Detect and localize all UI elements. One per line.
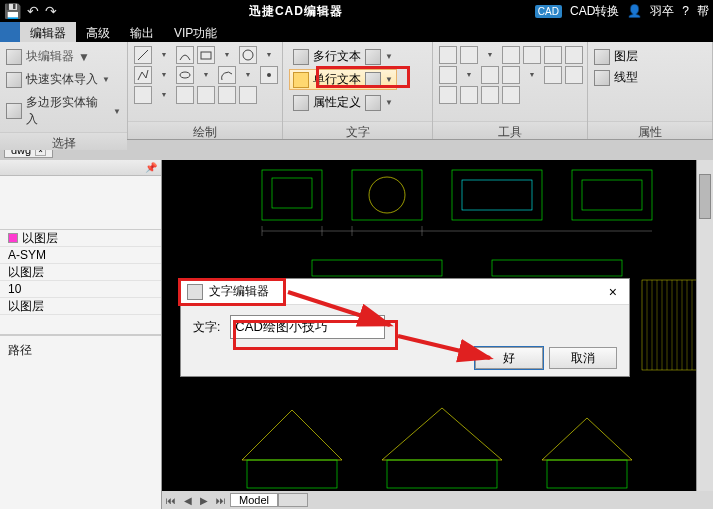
arc-tool-icon[interactable] bbox=[218, 66, 236, 84]
svg-point-3 bbox=[180, 72, 190, 78]
stretch-tool-icon[interactable] bbox=[502, 86, 520, 104]
attr-def-button[interactable]: 属性定义 ▼ bbox=[289, 92, 397, 113]
svg-marker-22 bbox=[382, 408, 502, 460]
tab-nav-first-icon[interactable]: ⏮ bbox=[162, 495, 180, 506]
svg-line-0 bbox=[138, 50, 148, 60]
polygon-tool-icon[interactable] bbox=[197, 86, 215, 104]
cancel-button[interactable]: 取消 bbox=[549, 347, 617, 369]
cloud-icon[interactable] bbox=[365, 49, 381, 65]
mirror-tool-icon[interactable] bbox=[523, 46, 541, 64]
side-panel: 📌 以图层 A-SYM 以图层 10 以图层 路径 bbox=[0, 160, 162, 509]
block-editor-button[interactable]: 块编辑器 ▼ bbox=[6, 46, 90, 67]
multiline-text-button[interactable]: 多行文本 ▼ bbox=[289, 46, 397, 67]
ellipse-tool-icon[interactable] bbox=[176, 66, 194, 84]
scrollbar-thumb[interactable] bbox=[699, 174, 711, 219]
chevron-down-icon[interactable]: ▼ bbox=[155, 46, 173, 64]
layout-tab[interactable] bbox=[278, 493, 308, 507]
scale-tool-icon[interactable] bbox=[544, 46, 562, 64]
spline-tool-icon[interactable] bbox=[176, 46, 194, 64]
svg-rect-11 bbox=[572, 170, 652, 220]
undo-icon[interactable]: ↶ bbox=[27, 3, 39, 19]
vertical-scrollbar[interactable] bbox=[696, 160, 713, 491]
chevron-down-icon[interactable]: ▼ bbox=[197, 66, 215, 84]
tab-nav-prev-icon[interactable]: ◀ bbox=[180, 495, 196, 506]
chevron-down-icon[interactable]: ▼ bbox=[523, 66, 541, 84]
list-item[interactable]: 以图层 bbox=[0, 298, 161, 315]
chevron-down-icon: ▼ bbox=[385, 52, 393, 61]
point-tool-icon[interactable] bbox=[260, 66, 278, 84]
leader-icon[interactable] bbox=[365, 72, 381, 88]
list-item[interactable]: 10 bbox=[0, 281, 161, 298]
svg-rect-21 bbox=[247, 460, 337, 488]
ok-button[interactable]: 好 bbox=[475, 347, 543, 369]
layer-thumbnail bbox=[0, 176, 161, 230]
help-icon[interactable]: ? bbox=[682, 4, 689, 18]
trim-tool-icon[interactable] bbox=[439, 66, 457, 84]
group-label-draw: 绘制 bbox=[128, 121, 282, 139]
table-tool-icon[interactable] bbox=[239, 86, 257, 104]
chevron-down-icon: ▼ bbox=[102, 75, 110, 84]
ray-tool-icon[interactable] bbox=[134, 86, 152, 104]
model-tab[interactable]: Model bbox=[230, 493, 278, 507]
tab-vip[interactable]: VIP功能 bbox=[164, 22, 227, 42]
svg-rect-9 bbox=[452, 170, 542, 220]
color-swatch-icon bbox=[8, 233, 18, 243]
user-name: 羽卒 bbox=[650, 3, 674, 20]
rect-tool-icon[interactable] bbox=[197, 46, 215, 64]
singleline-text-button[interactable]: 单行文本 ▼ bbox=[289, 69, 397, 90]
dim-icon[interactable] bbox=[365, 95, 381, 111]
chevron-down-icon[interactable]: ▼ bbox=[460, 66, 478, 84]
chevron-down-icon[interactable]: ▼ bbox=[239, 66, 257, 84]
file-tab[interactable] bbox=[0, 22, 20, 42]
dialog-close-button[interactable]: × bbox=[603, 284, 623, 300]
hatch-tool-icon[interactable] bbox=[176, 86, 194, 104]
extend-tool-icon[interactable] bbox=[481, 66, 499, 84]
tab-output[interactable]: 输出 bbox=[120, 22, 164, 42]
copy-tool-icon[interactable] bbox=[460, 46, 478, 64]
svg-rect-7 bbox=[352, 170, 422, 220]
attr-icon bbox=[293, 95, 309, 111]
list-item[interactable]: 以图层 bbox=[0, 230, 161, 247]
chevron-down-icon[interactable]: ▼ bbox=[155, 66, 173, 84]
tab-editor[interactable]: 编辑器 bbox=[20, 22, 76, 42]
cad-convert-link[interactable]: CAD转换 bbox=[570, 3, 619, 20]
tab-nav-last-icon[interactable]: ⏭ bbox=[212, 495, 230, 506]
rotate-tool-icon[interactable] bbox=[502, 46, 520, 64]
user-icon[interactable]: 👤 bbox=[627, 4, 642, 18]
path-section: 路径 bbox=[0, 335, 161, 509]
chevron-down-icon[interactable]: ▼ bbox=[260, 46, 278, 64]
panel-header: 📌 bbox=[0, 160, 161, 176]
break-tool-icon[interactable] bbox=[481, 86, 499, 104]
list-item[interactable]: A-SYM bbox=[0, 247, 161, 264]
chevron-down-icon[interactable]: ▼ bbox=[218, 46, 236, 64]
save-icon[interactable]: 💾 bbox=[4, 3, 21, 19]
chevron-down-icon[interactable]: ▼ bbox=[155, 86, 173, 104]
explode-tool-icon[interactable] bbox=[439, 86, 457, 104]
move-tool-icon[interactable] bbox=[439, 46, 457, 64]
tab-advanced[interactable]: 高级 bbox=[76, 22, 120, 42]
list-item[interactable]: 以图层 bbox=[0, 264, 161, 281]
tab-nav-next-icon[interactable]: ▶ bbox=[196, 495, 212, 506]
chamfer-tool-icon[interactable] bbox=[565, 66, 583, 84]
import-icon bbox=[6, 72, 22, 88]
circle-tool-icon[interactable] bbox=[239, 46, 257, 64]
quick-entity-import-button[interactable]: 快速实体导入 ▼ bbox=[6, 69, 121, 90]
offset-tool-icon[interactable] bbox=[502, 66, 520, 84]
layer-button[interactable]: 图层 bbox=[594, 48, 638, 65]
linetype-button[interactable]: 线型 bbox=[594, 69, 638, 86]
array-tool-icon[interactable] bbox=[565, 46, 583, 64]
fillet-tool-icon[interactable] bbox=[544, 66, 562, 84]
singletext-icon bbox=[293, 72, 309, 88]
redo-icon[interactable]: ↷ bbox=[45, 3, 57, 19]
chevron-down-icon[interactable]: ▼ bbox=[481, 46, 499, 64]
text-input[interactable] bbox=[230, 315, 385, 339]
polygon-entity-input-button[interactable]: 多边形实体输入 ▼ bbox=[6, 92, 121, 130]
svg-marker-24 bbox=[542, 418, 632, 460]
pin-icon[interactable]: 📌 bbox=[145, 162, 157, 173]
dialog-titlebar[interactable]: 文字编辑器 × bbox=[181, 279, 629, 305]
cloud-tool-icon[interactable] bbox=[218, 86, 236, 104]
line-tool-icon[interactable] bbox=[134, 46, 152, 64]
join-tool-icon[interactable] bbox=[460, 86, 478, 104]
chevron-down-icon: ▼ bbox=[385, 98, 393, 107]
polyline-tool-icon[interactable] bbox=[134, 66, 152, 84]
